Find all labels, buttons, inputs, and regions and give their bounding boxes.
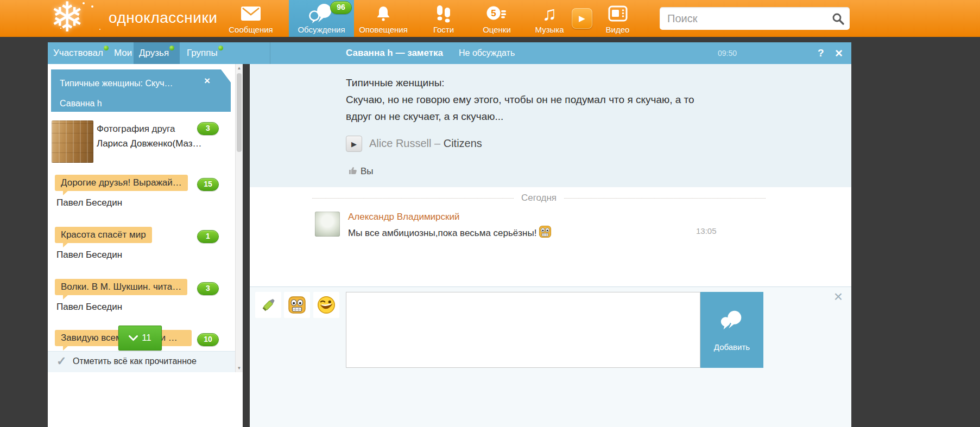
unread-dot: [218, 46, 223, 50]
note-content: Типичные женщины: Скучаю, но не говорю е…: [250, 64, 851, 187]
unread-count-badge: 15: [197, 178, 219, 191]
unread-count-badge: 3: [197, 282, 219, 295]
tab-friends[interactable]: Друзья: [134, 42, 180, 64]
liked-by-link[interactable]: Вы: [361, 166, 374, 177]
sidebar-scrollbar[interactable]: [235, 64, 243, 372]
list-item-selected[interactable]: Типичные женщины: Скуч… Саванна h: [51, 69, 231, 112]
tv-icon: [608, 3, 628, 24]
checkmark-icon: [56, 354, 66, 368]
scrollbar-thumb[interactable]: [237, 73, 242, 152]
nav-guests[interactable]: Гости: [418, 0, 470, 37]
sidebar-footer: [48, 372, 243, 427]
nav-marks[interactable]: 5 Оценки: [471, 0, 523, 37]
scrollbar-down-arrow[interactable]: [236, 366, 243, 371]
list-item-author: Павел Беседин: [56, 302, 122, 313]
thumb-up-icon: [347, 165, 357, 177]
svg-text:5: 5: [491, 8, 496, 18]
help-icon[interactable]: [818, 42, 824, 64]
search-box: [660, 7, 850, 30]
scroll-to-new-button[interactable]: 11: [118, 326, 162, 350]
popup-header-bar: Участвовал Мои Друзья Группы Саванна h —…: [48, 42, 851, 64]
close-popup-icon[interactable]: [835, 42, 843, 64]
envelope-icon: [241, 3, 261, 24]
list-item-title[interactable]: Фотография друга: [97, 124, 175, 135]
wink-smiley-icon: [317, 295, 336, 315]
mini-player-play-button[interactable]: [572, 8, 592, 29]
track-play-button[interactable]: [346, 136, 362, 152]
photo-thumbnail[interactable]: [52, 120, 93, 163]
comment-text-row: Мы все амбициозны,пока весьма серьёзны!: [348, 225, 552, 241]
unread-count-badge: 3: [197, 122, 219, 135]
chevron-down-icon: [129, 335, 138, 341]
highlighter-tool-button[interactable]: [255, 292, 281, 318]
date-divider: Сегодня: [312, 193, 766, 203]
emoticon-tool-button[interactable]: [284, 292, 310, 318]
nav-alerts[interactable]: Оповещения: [353, 0, 413, 37]
nav-music[interactable]: Музыка: [524, 0, 574, 37]
list-item-author: Павел Беседин: [56, 197, 122, 208]
thread-header: Саванна h — заметка Не обсуждать 09:50: [250, 42, 851, 64]
nav-video[interactable]: Видео: [595, 0, 641, 37]
list-item-title[interactable]: Красота спасёт мир: [55, 227, 152, 243]
scrollbar-up-arrow[interactable]: [236, 66, 243, 71]
highlighter-icon: [259, 296, 277, 314]
unread-dot: [104, 46, 109, 50]
comment-author-link[interactable]: Александр Владимирский: [348, 212, 459, 222]
comment-composer: Добавить: [250, 286, 851, 427]
note-title: Типичные женщины:: [346, 77, 445, 89]
thread-time: 09:50: [718, 42, 737, 64]
unread-count-badge: 1: [197, 230, 219, 243]
music-note-icon: [542, 3, 557, 24]
search-icon[interactable]: [832, 12, 844, 27]
list-item-title[interactable]: Дорогие друзья! Выражай…: [55, 175, 188, 191]
discussions-list: Типичные женщины: Скуч… Саванна h Фотогр…: [48, 64, 235, 351]
list-item-author: Лариса Довженко(Маз…: [97, 138, 202, 149]
bell-icon: [375, 3, 392, 24]
wink-smiley-tool-button[interactable]: [313, 292, 339, 318]
comments-section: Сегодня Александр Владимирский Мы все ам…: [250, 187, 851, 286]
tab-groups[interactable]: Группы: [181, 42, 229, 64]
add-comment-button[interactable]: Добавить: [700, 292, 763, 368]
close-composer-icon[interactable]: [834, 288, 843, 305]
close-thread-icon[interactable]: [204, 75, 210, 87]
list-item-author: Павел Беседин: [56, 250, 122, 260]
note-body: Скучаю, но не говорю ему этого, чтобы он…: [346, 94, 694, 106]
chat-bubbles-icon: [719, 309, 745, 333]
mark-all-read-button[interactable]: Отметить всё как прочитанное: [48, 351, 235, 372]
comment-input[interactable]: [346, 292, 700, 368]
track-info[interactable]: Alice Russell – Citizens: [369, 137, 482, 150]
sparkle-decoration: [91, 5, 93, 8]
rating-five-icon: 5: [486, 3, 508, 24]
nav-discussions[interactable]: 96 Обсуждения: [289, 0, 354, 37]
discussions-count-badge: 96: [330, 1, 352, 14]
thread-title: Саванна h — заметка: [346, 42, 443, 64]
teeth-smiley-icon: [539, 225, 552, 241]
top-header: одноклассники Сообщения 96 Обсуждения Оп…: [0, 0, 980, 37]
unread-dot: [169, 46, 174, 50]
nav-messages[interactable]: Сообщения: [221, 0, 281, 37]
teeth-smiley-icon: [288, 296, 306, 314]
app-canvas: одноклассники Сообщения 96 Обсуждения Оп…: [0, 0, 980, 427]
footprints-icon: [435, 3, 452, 24]
list-item-title[interactable]: Волки. В М. Шукшин. чита…: [55, 279, 187, 295]
site-logo[interactable]: одноклассники: [109, 9, 217, 27]
mute-thread-link[interactable]: Не обсуждать: [459, 42, 515, 64]
tab-participated[interactable]: Участвовал: [48, 42, 114, 64]
unread-count-badge: 10: [197, 333, 219, 346]
snowflake-logo-icon[interactable]: [50, 0, 85, 40]
note-body: вдруг он не скучает, а я скучаю...: [346, 111, 503, 123]
search-input[interactable]: [660, 7, 850, 30]
avatar[interactable]: [315, 212, 340, 237]
comment-time: 13:05: [696, 226, 717, 235]
